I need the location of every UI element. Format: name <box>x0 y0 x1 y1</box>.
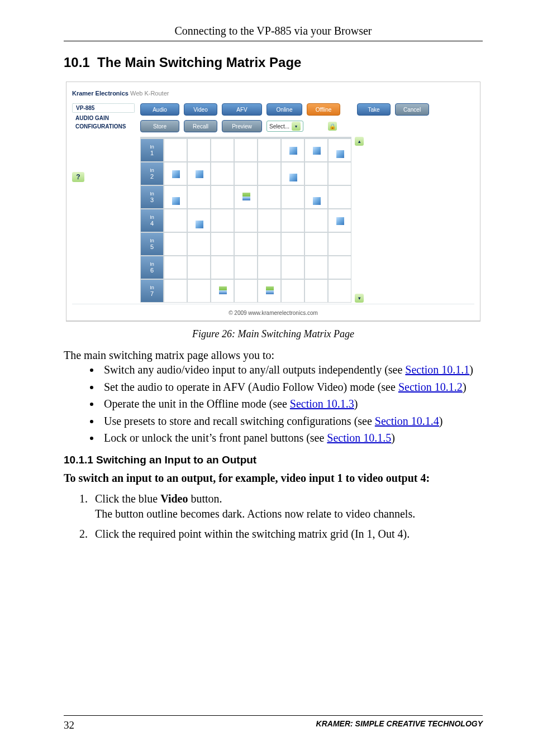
matrix-cell[interactable] <box>281 209 304 232</box>
matrix-cell[interactable] <box>328 162 351 185</box>
matrix-cell[interactable] <box>258 185 281 209</box>
toolbar-row-1: Audio Video AFV Online Offline Take Canc… <box>140 103 474 116</box>
matrix-cell[interactable] <box>304 256 328 279</box>
list-item: Operate the unit in the Offline mode (se… <box>101 396 483 411</box>
matrix-cell[interactable] <box>281 256 304 279</box>
matrix-cell[interactable] <box>164 232 187 256</box>
matrix-cell[interactable] <box>304 279 328 303</box>
scroll-up-icon[interactable]: ▴ <box>355 137 364 146</box>
matrix-cell[interactable] <box>328 209 351 232</box>
matrix-cell[interactable] <box>328 256 351 279</box>
matrix-cell[interactable] <box>304 185 328 209</box>
online-button[interactable]: Online <box>266 103 302 116</box>
matrix-row: In5 <box>140 232 351 256</box>
help-icon[interactable]: ? <box>72 172 84 182</box>
matrix-scrollbar[interactable]: ▴ ▾ <box>355 137 364 303</box>
matrix-cell[interactable] <box>234 138 258 162</box>
afv-button[interactable]: AFV <box>222 103 262 116</box>
dropdown-icon[interactable]: ▾ <box>292 122 301 131</box>
matrix-cell[interactable] <box>187 279 211 303</box>
matrix-cell[interactable] <box>281 162 304 185</box>
cancel-button[interactable]: Cancel <box>395 103 429 116</box>
matrix-cell[interactable] <box>187 256 211 279</box>
row-label: In3 <box>140 185 164 209</box>
matrix-cell[interactable] <box>234 185 258 209</box>
matrix-cell[interactable] <box>281 279 304 303</box>
matrix-cell[interactable] <box>164 279 187 303</box>
section-link[interactable]: Section 10.1.4 <box>375 415 439 427</box>
section-title: The Main Switching Matrix Page <box>97 55 301 70</box>
matrix-cell[interactable] <box>211 162 234 185</box>
matrix-cell[interactable] <box>328 185 351 209</box>
toolbar-row-2: Store Recall Preview Select... ▾ 🔒 <box>140 120 474 132</box>
matrix-cell[interactable] <box>211 232 234 256</box>
offline-button[interactable]: Offline <box>307 103 340 116</box>
matrix-cell[interactable] <box>304 209 328 232</box>
matrix-cell[interactable] <box>304 162 328 185</box>
subsection-title: Switching an Input to an Output <box>96 454 256 466</box>
matrix-cell[interactable] <box>281 232 304 256</box>
matrix-cell[interactable] <box>211 256 234 279</box>
matrix-cell[interactable] <box>258 209 281 232</box>
matrix-cell[interactable] <box>328 232 351 256</box>
store-button[interactable]: Store <box>140 120 179 132</box>
matrix-cell[interactable] <box>328 279 351 303</box>
matrix-cell[interactable] <box>234 209 258 232</box>
matrix-cell[interactable] <box>187 185 211 209</box>
video-button[interactable]: Video <box>184 103 217 116</box>
row-label: In2 <box>140 162 164 185</box>
matrix-cell[interactable] <box>234 256 258 279</box>
row-label: In7 <box>140 279 164 303</box>
section-link[interactable]: Section 10.1.3 <box>290 398 354 410</box>
matrix-cell[interactable] <box>258 256 281 279</box>
matrix-cell[interactable] <box>258 162 281 185</box>
matrix-cell[interactable] <box>304 232 328 256</box>
section-heading: 10.1 The Main Switching Matrix Page <box>64 55 483 70</box>
matrix-cell[interactable] <box>211 209 234 232</box>
sidebar-device-box[interactable]: VP-885 <box>72 103 135 113</box>
intro-paragraph: The main switching matrix page allows yo… <box>64 348 483 362</box>
matrix-cell[interactable] <box>164 256 187 279</box>
matrix-cell[interactable] <box>304 138 328 162</box>
matrix-cell[interactable] <box>164 162 187 185</box>
app-brand: Kramer Electronics Web K-Router <box>72 90 474 97</box>
matrix-row: In4 <box>140 209 351 232</box>
matrix-cell[interactable] <box>234 162 258 185</box>
section-link[interactable]: Section 10.1.5 <box>327 432 391 444</box>
matrix-cell[interactable] <box>281 138 304 162</box>
take-button[interactable]: Take <box>357 103 391 116</box>
matrix-cell[interactable] <box>164 185 187 209</box>
matrix-cell[interactable] <box>328 138 351 162</box>
recall-button[interactable]: Recall <box>184 120 217 132</box>
matrix-cell[interactable] <box>281 185 304 209</box>
matrix-cell[interactable] <box>187 138 211 162</box>
matrix-cell[interactable] <box>258 279 281 303</box>
preset-select[interactable]: Select... ▾ <box>266 121 303 132</box>
matrix-cell[interactable] <box>187 162 211 185</box>
row-label: In4 <box>140 209 164 232</box>
matrix-cell[interactable] <box>234 279 258 303</box>
lock-icon[interactable]: 🔒 <box>328 122 337 131</box>
sidebar-link-audio-gain[interactable]: AUDIO GAIN <box>72 114 135 122</box>
matrix-cell[interactable] <box>187 232 211 256</box>
step-item: Click the blue Video button. The button … <box>91 491 483 521</box>
running-header: Connecting to the VP-885 via your Browse… <box>64 25 483 41</box>
subsection-heading: 10.1.1 Switching an Input to an Output <box>64 454 483 466</box>
matrix-cell[interactable] <box>164 138 187 162</box>
matrix-cell[interactable] <box>234 232 258 256</box>
matrix-cell[interactable] <box>187 209 211 232</box>
section-link[interactable]: Section 10.1.1 <box>405 363 469 376</box>
sidebar-link-configurations[interactable]: CONFIGURATIONS <box>72 122 135 131</box>
matrix-cell[interactable] <box>211 185 234 209</box>
scroll-down-icon[interactable]: ▾ <box>355 294 364 303</box>
preview-button[interactable]: Preview <box>222 120 262 132</box>
section-number: 10.1 <box>64 55 90 70</box>
matrix-cell[interactable] <box>211 138 234 162</box>
section-link[interactable]: Section 10.1.2 <box>398 381 463 393</box>
matrix-cell[interactable] <box>258 138 281 162</box>
row-label: In1 <box>140 138 164 162</box>
matrix-cell[interactable] <box>164 209 187 232</box>
matrix-cell[interactable] <box>258 232 281 256</box>
matrix-cell[interactable] <box>211 279 234 303</box>
audio-button[interactable]: Audio <box>140 103 179 116</box>
